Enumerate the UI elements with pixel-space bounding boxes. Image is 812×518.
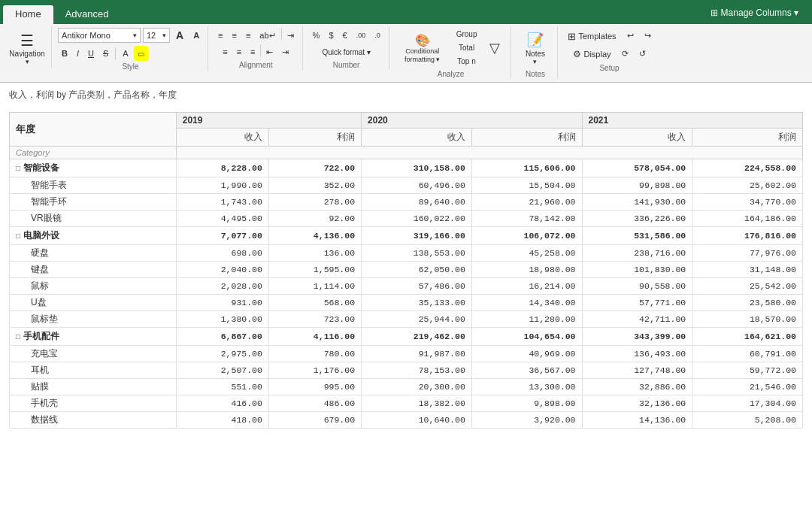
group-button[interactable]: Group [453,28,481,40]
strikethrough-button[interactable]: S [99,46,112,61]
increase-font-button[interactable]: A [172,28,187,43]
quick-format-button[interactable]: Quick format ▾ [318,44,374,59]
col-header-2019-rev: 收入 [176,129,268,147]
analyze-group-label: Analyze [438,70,465,79]
align-left2-button[interactable]: ≡ [219,44,231,59]
table-row: 贴膜551.00995.0020,300.0013,300.0032,886.0… [10,379,803,395]
reset-button[interactable]: ↺ [635,46,650,61]
indent-button[interactable]: ⇥ [283,28,298,43]
col-header-2021-rev: 收入 [582,129,692,147]
alignment-group-label: Alignment [239,61,272,70]
table-row: 鼠标2,028.001,114.0057,486.0016,214.0090,5… [10,278,803,295]
col-header-2020-profit: 利润 [471,129,582,147]
category-column-label: Category [10,147,177,159]
notes-icon: 📝 [527,32,544,48]
table-row: 数据线418.00679.0010,640.003,920.0014,136.0… [10,412,803,429]
table-row: VR眼镜4,495.0092.00160,022.0078,142.00336,… [10,211,803,227]
navigation-icon: ☰ [20,32,34,50]
templates-icon: ⊞ [568,31,576,42]
percent-button[interactable]: % [309,28,324,43]
table-row: 智能手环1,743.00278.0089,640.0021,960.00141,… [10,194,803,211]
filter-button[interactable]: ▽ [483,28,506,68]
notes-group-label: Notes [526,70,545,79]
col-header-2021-profit: 利润 [692,129,803,147]
outdent-button[interactable]: ⇤ [262,44,277,59]
align-right-button[interactable]: ≡ [242,28,254,43]
currency-euro-button[interactable]: € [339,28,351,43]
chevron-down-icon: ▾ [26,58,29,65]
navigation-label: Navigation [9,50,44,58]
year-2021-header: 2021 [582,113,802,129]
underline-button[interactable]: U [84,46,98,61]
wrap-text-button[interactable]: ab↵ [256,28,279,43]
italic-button[interactable]: I [73,46,83,61]
display-button[interactable]: ⚙ Display [569,46,614,62]
conditional-formatting-button[interactable]: 🎨 Conditional formatting ▾ [395,28,450,68]
year-column-header: 年度 [10,113,177,147]
table-row: 充电宝2,975.00780.0091,987.0040,969.00136,4… [10,346,803,362]
templates-button[interactable]: ⊞ Templates [564,28,620,44]
year-2019-header: 2019 [176,113,361,129]
currency-dollar-button[interactable]: $ [325,28,337,43]
tab-advanced[interactable]: Advanced [53,5,121,24]
decrease-font-button[interactable]: A [189,28,203,43]
total-button[interactable]: Total [453,41,481,53]
year-2020-header: 2020 [362,113,582,129]
table-row: 鼠标垫1,380.00723.0025,944.0011,280.0042,71… [10,311,803,328]
align-left-button[interactable]: ≡ [214,28,226,43]
notes-button[interactable]: 📝 Notes ▾ [522,28,549,68]
font-selector[interactable]: Antikor Mono ▾ [58,28,141,43]
col-header-2019-profit: 利润 [268,129,361,147]
navigation-button[interactable]: ☰ Navigation ▾ [8,28,47,68]
manage-columns-button[interactable]: ⊞ Manage Columns ▾ [703,3,806,23]
table-row: 智能手表1,990.00352.0060,496.0015,504.0099,8… [10,177,803,194]
columns-icon: ⊞ [710,8,718,18]
size-dropdown-icon: ▾ [162,32,166,39]
refresh-button[interactable]: ⟳ [618,46,632,61]
setup-group-label: Setup [599,64,619,73]
number-group-label: Number [333,61,360,70]
notes-dropdown-icon: ▾ [533,58,537,65]
font-size-selector[interactable]: 12 ▾ [143,28,170,43]
group-row: □手机配件6,867.004,116.00219,462.00104,654.0… [10,328,803,346]
style-group-label: Style [122,62,138,71]
group-row: □电脑外设7,077.004,136.00319,166.00106,072.0… [10,227,803,245]
align-right2-button[interactable]: ≡ [247,44,259,59]
decimal-increase-button[interactable]: .00 [353,28,370,43]
align-center2-button[interactable]: ≡ [233,44,245,59]
table-row: U盘931.00568.0035,133.0014,340.0057,771.0… [10,295,803,311]
font-color-button[interactable]: A [119,46,132,61]
undo-button[interactable]: ↩ [623,28,638,43]
highlight-button[interactable]: ▭ [134,46,148,61]
display-icon: ⚙ [573,49,581,59]
bold-button[interactable]: B [58,46,71,61]
redo-button[interactable]: ↪ [641,28,655,43]
table-row: 耳机2,507.001,176.0078,153.0036,567.00127,… [10,362,803,379]
filter-icon: ▽ [489,40,500,56]
table-row: 手机壳416.00486.0018,382.009,898.0032,136.0… [10,395,803,412]
align-center-button[interactable]: ≡ [229,28,241,43]
col-header-2020-rev: 收入 [362,129,472,147]
conditional-icon: 🎨 [415,33,430,47]
indent2-button[interactable]: ⇥ [278,44,292,59]
table-row: 键盘2,040.001,595.0062,050.0018,980.00101,… [10,262,803,278]
font-dropdown-icon: ▾ [133,32,137,39]
table-row: 硬盘698.00136.00138,553.0045,258.00238,716… [10,245,803,262]
subtitle: 收入，利润 by 产品类别，产品名称，年度 [9,89,803,101]
top-n-button[interactable]: Top n [453,55,481,67]
tab-home[interactable]: Home [3,5,53,24]
decimal-decrease-button[interactable]: .0 [371,28,384,43]
group-row: □智能设备8,228.00722.00310,158.00115,606.005… [10,159,803,177]
